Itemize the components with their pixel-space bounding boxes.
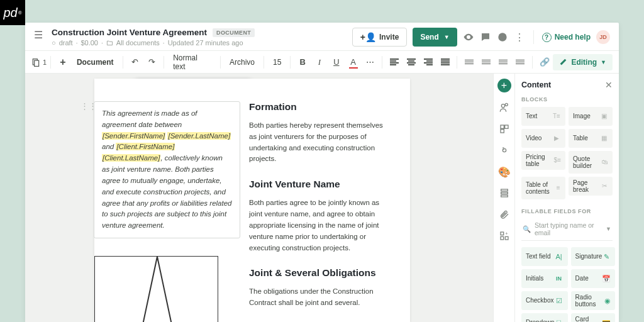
block-pricing[interactable]: Pricing table$≡ <box>521 151 565 170</box>
heading-obligations: Joint & Several Obligations <box>249 267 392 279</box>
document-title[interactable]: Construction Joint Venture Agreement <box>52 28 207 37</box>
triangle-shape <box>94 256 218 322</box>
svg-text:$: $ <box>502 147 504 150</box>
align-justify-button[interactable] <box>437 54 453 70</box>
send-button[interactable]: Send▼ <box>413 28 457 47</box>
textfield-icon: A| <box>555 253 564 261</box>
svg-text:+: + <box>505 231 508 236</box>
comment-icon[interactable] <box>480 31 491 43</box>
block-text[interactable]: TextT≡ <box>521 107 565 126</box>
token-sender-first: [Sender.FirstName] <box>102 132 165 140</box>
align-left-button[interactable] <box>386 54 402 70</box>
block-pagebreak[interactable]: Page break✂ <box>569 177 613 196</box>
para-obligations: The obligations under the Construction C… <box>249 286 392 309</box>
heading-formation: Formation <box>249 101 392 113</box>
page-count[interactable]: 1 <box>31 58 47 67</box>
drag-handle-icon[interactable]: ⋮⋮ <box>80 101 91 111</box>
token-client-last: [Client.LastName] <box>102 154 160 162</box>
more-formatting-button[interactable]: ⋯ <box>362 54 379 70</box>
more-icon[interactable]: ⋮ <box>514 31 525 43</box>
svg-rect-21 <box>501 192 508 194</box>
header: ☰ Construction Joint Venture Agreement D… <box>25 23 619 51</box>
content-panel: Content ✕ BLOCKS TextT≡ Image▣ Video▶ Ta… <box>514 74 619 322</box>
rail-recipients-icon[interactable] <box>498 101 511 114</box>
panel-title: Content <box>521 80 551 89</box>
rail-variables-icon[interactable] <box>498 123 511 135</box>
rail-design-icon[interactable]: 🎨 <box>498 165 511 178</box>
indent-button[interactable] <box>512 54 528 70</box>
user-avatar[interactable]: JD <box>596 30 610 44</box>
pandadoc-logo: pd® <box>0 0 25 25</box>
field-radio[interactable]: Radio buttons◉ <box>571 291 616 310</box>
block-video[interactable]: Video▶ <box>521 129 565 148</box>
para-formation: Both parties hereby represent themselves… <box>249 120 392 165</box>
block-quote[interactable]: Quote builder🛍 <box>569 151 613 174</box>
link-button[interactable]: 🔗 <box>536 54 553 70</box>
underline-button[interactable]: U <box>328 54 345 70</box>
field-signature[interactable]: Signature✎ <box>571 247 616 266</box>
redo-button[interactable]: ↷ <box>143 54 160 70</box>
content-column[interactable]: Formation Both parties hereby represent … <box>249 101 400 322</box>
blocks-label: BLOCKS <box>521 96 613 103</box>
block-image[interactable]: Image▣ <box>569 107 613 126</box>
document-meta: ○draft· $0.00· All documents· Updated 27… <box>52 39 352 47</box>
field-text[interactable]: Text fieldA| <box>521 247 568 266</box>
token-sender-last: [Sender.LastName] <box>167 132 231 140</box>
editing-mode-button[interactable]: Editing▼ <box>553 54 613 70</box>
svg-rect-23 <box>501 232 504 235</box>
svg-rect-24 <box>505 236 508 240</box>
field-initials[interactable]: InitialsIN <box>521 269 568 288</box>
font-select[interactable]: Archivo <box>225 55 260 70</box>
canvas[interactable]: + + ⋮⋮ This agreement is made as of agre… <box>25 74 493 322</box>
bold-button[interactable]: B <box>294 54 311 70</box>
field-dropdown[interactable]: Dropdown⍓ <box>521 313 568 322</box>
folder-text: All documents <box>116 39 160 47</box>
svg-rect-17 <box>501 130 504 133</box>
preview-icon[interactable] <box>463 31 474 43</box>
svg-rect-15 <box>501 125 504 128</box>
field-date[interactable]: Date📅 <box>571 269 616 288</box>
rail-workflow-icon[interactable] <box>498 187 511 199</box>
svg-rect-16 <box>504 125 508 128</box>
font-size-select[interactable]: 15 <box>268 55 286 70</box>
chevron-down-icon: ▼ <box>606 226 611 232</box>
side-rail: + $ 🎨 + <box>493 74 514 322</box>
template-badge: DOCUMENT <box>213 28 255 37</box>
price-text: $0.00 <box>80 39 98 47</box>
invite-button[interactable]: +👤Invite <box>352 28 408 47</box>
undo-button[interactable]: ↶ <box>127 54 143 70</box>
block-toc[interactable]: Table of contents≡ <box>521 177 565 199</box>
rail-attach-icon[interactable] <box>498 208 511 221</box>
text-block-icon: T≡ <box>552 112 561 121</box>
rail-content-icon[interactable]: + <box>497 79 511 92</box>
ff-label: FILLABLE FIELDS FOR <box>521 208 613 214</box>
field-checkbox[interactable]: Checkbox☑ <box>521 291 568 310</box>
italic-button[interactable]: I <box>311 54 328 70</box>
close-icon[interactable]: ✕ <box>605 80 613 90</box>
rail-apps-icon[interactable]: + <box>498 230 511 242</box>
info-icon[interactable] <box>497 31 508 43</box>
field-card[interactable]: Card details💳 <box>571 313 616 322</box>
dropdown-icon: ⍓ <box>555 319 564 322</box>
svg-rect-25 <box>501 236 504 240</box>
bullet-list-button[interactable] <box>461 54 477 70</box>
table-block-icon: ▦ <box>599 134 608 143</box>
text-color-button[interactable]: A <box>345 54 362 70</box>
para-jv-name: Both parties agree to be jointly known a… <box>249 197 392 253</box>
ff-search[interactable]: 🔍 Start typing name or email ▼ <box>521 219 613 241</box>
add-document-button[interactable]: Document <box>72 55 119 70</box>
outdent-button[interactable] <box>495 54 511 70</box>
add-button[interactable]: + <box>55 54 71 70</box>
ff-search-placeholder: Start typing name or email <box>535 221 602 236</box>
app-window: ☰ Construction Joint Venture Agreement D… <box>25 23 619 322</box>
align-center-button[interactable] <box>403 54 419 70</box>
svg-rect-2 <box>35 60 39 66</box>
menu-icon[interactable]: ☰ <box>34 29 45 41</box>
style-select[interactable]: Normal text <box>168 55 216 70</box>
block-table[interactable]: Table▦ <box>569 129 613 148</box>
align-right-button[interactable] <box>420 54 436 70</box>
help-button[interactable]: ?Need help <box>542 33 591 42</box>
preamble-block[interactable]: This agreement is made as of agreement d… <box>94 101 240 238</box>
rail-catalog-icon[interactable]: $ <box>498 144 511 157</box>
number-list-button[interactable] <box>478 54 494 70</box>
